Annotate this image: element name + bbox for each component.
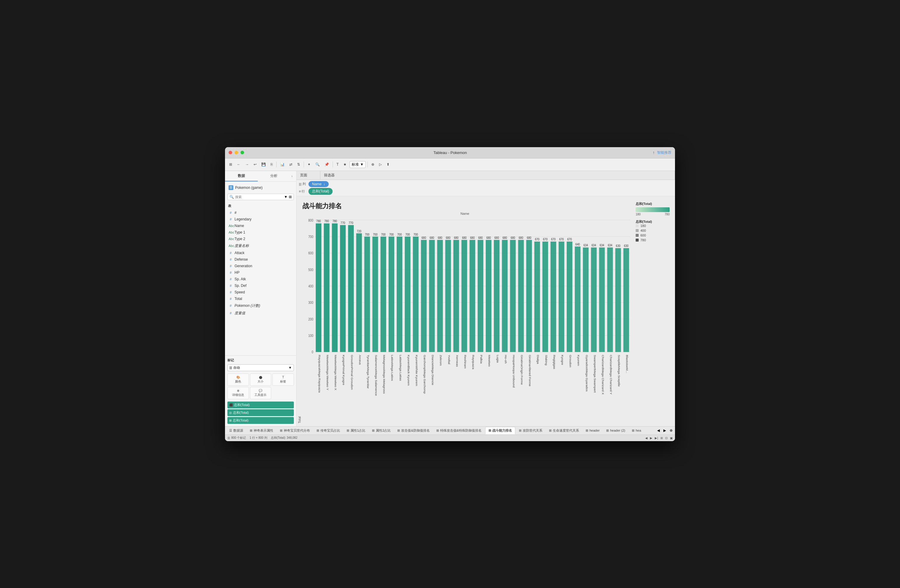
tab-icon: ⊞	[586, 429, 588, 433]
toolbar-label2-icon[interactable]: T	[335, 161, 340, 168]
grid-view-icon[interactable]: ⊞	[289, 195, 292, 199]
svg-text:Zekrom: Zekrom	[439, 355, 442, 365]
svg-text:780: 780	[324, 219, 329, 223]
tab-atk-gen[interactable]: ⊞ 攻防世代关系	[516, 427, 545, 434]
tab-atk-def[interactable]: ⊞ 攻击值&防御值排名	[394, 427, 433, 434]
marks-field-3[interactable]: ⊞ 总和(Total)	[227, 417, 294, 424]
field-hash[interactable]: # #	[227, 210, 294, 215]
field-measure-values[interactable]: # 度量值	[227, 310, 294, 316]
toolbar-more-icon[interactable]: ⊕	[369, 161, 376, 168]
name-pill[interactable]: Name ↓	[309, 181, 329, 187]
field-hp[interactable]: # HP	[227, 270, 294, 275]
tab-datasource[interactable]: ☰ 数据源	[226, 427, 246, 434]
toolbar-filter2-icon[interactable]: 🔍	[313, 161, 321, 168]
toolbar-swap-icon[interactable]: ⇄	[287, 161, 294, 168]
field-generation[interactable]: # Generation	[227, 263, 294, 269]
field-total[interactable]: # Total	[227, 296, 294, 302]
toolbar-present-icon[interactable]: ▷	[377, 161, 383, 168]
tab-gen[interactable]: ⊞ 神奇宝贝世代分布	[277, 427, 313, 434]
tab-hp-speed[interactable]: ⊞ 生命速度世代关系	[546, 427, 582, 434]
tab-header2[interactable]: ⊞ header (2)	[603, 427, 628, 434]
toolbar-back-icon[interactable]: ←	[235, 161, 242, 168]
svg-text:KyuremWhite Kyurem: KyuremWhite Kyurem	[415, 355, 418, 386]
svg-text:Kyurem: Kyurem	[577, 355, 580, 366]
main-view-area: 页面 筛选器 ||| 列 Name ↓	[296, 171, 675, 196]
share-icon[interactable]: ↑	[653, 150, 655, 155]
field-spdef[interactable]: # Sp. Def	[227, 283, 294, 288]
toolbar-highlight-icon[interactable]: ✦	[306, 161, 312, 168]
field-type2[interactable]: Abc Type 2	[227, 236, 294, 241]
field-type1[interactable]: Abc Type 1	[227, 230, 294, 235]
tab-spatk-spdef[interactable]: ⊞ 特殊攻击值&特殊防御值排名	[433, 427, 484, 434]
total-pill[interactable]: 总和(Total)	[309, 188, 332, 195]
toolbar-chart-icon[interactable]: 📊	[278, 161, 286, 168]
tab-hea[interactable]: ⊞ hea	[629, 427, 644, 434]
marks-detail-btn[interactable]: ⊕ 详细信息	[227, 387, 249, 399]
maximize-button[interactable]	[241, 151, 244, 154]
marks-type-dropdown[interactable]: ||| 自动 ▼	[227, 364, 294, 371]
marks-field-1[interactable]: ⬛ 总和(Total)	[227, 402, 294, 409]
toolbar-sort-icon[interactable]: ⇅	[295, 161, 302, 168]
search-input[interactable]	[235, 195, 283, 199]
statusbar-last[interactable]: ▶|	[655, 436, 658, 439]
field-spatk[interactable]: # Sp. Atk	[227, 276, 294, 282]
statusbar-prev[interactable]: ◀	[645, 436, 647, 439]
sidebar-collapse-arrow[interactable]: ›	[290, 171, 296, 181]
field-pokemon-count[interactable]: # Pokemon (计数)	[227, 303, 294, 309]
tab-add[interactable]: ⊕	[669, 428, 674, 433]
statusbar-next[interactable]: ▶	[650, 436, 652, 439]
svg-text:700: 700	[309, 235, 313, 238]
sidebar-tab-data[interactable]: 数据	[225, 171, 258, 181]
toolbar-star-icon[interactable]: ★	[341, 161, 348, 168]
tab-nav-next[interactable]: ▶	[662, 428, 667, 433]
sidebar-tab-analysis[interactable]: 分析	[258, 171, 290, 181]
marks-tooltip-btn[interactable]: 💬 工具提示	[250, 387, 272, 399]
svg-text:680: 680	[470, 236, 475, 240]
toolbar-undo-icon[interactable]: ↩	[252, 161, 258, 168]
field-measure-names[interactable]: Abc 度量名称	[227, 243, 294, 249]
toolbar-share2-icon[interactable]: ⬆	[385, 161, 391, 168]
tab-header[interactable]: ⊞ header	[583, 427, 602, 434]
svg-text:MewtwoMega Mewtwo X: MewtwoMega Mewtwo X	[334, 355, 337, 390]
svg-rect-33	[356, 233, 362, 352]
marks-title: 标记	[227, 358, 294, 362]
field-name[interactable]: Abc Name	[227, 223, 294, 229]
statusbar-layout[interactable]: ▣	[670, 436, 673, 439]
field-legendary[interactable]: # Legendary	[227, 217, 294, 222]
field-speed[interactable]: # Speed	[227, 289, 294, 295]
statusbar-grid[interactable]: ⊞	[660, 436, 663, 439]
marks-color-btn[interactable]: 🎨 颜色	[227, 373, 249, 386]
svg-rect-75	[470, 240, 475, 352]
field-defense[interactable]: # Defense	[227, 257, 294, 262]
status-rows-text: 1 行 × 800 列	[250, 436, 267, 440]
standard-dropdown[interactable]: 标准 ▼	[349, 161, 366, 168]
bottom-tabs: ☰ 数据源 ⊞ 神奇表示属性 ⊞ 神奇宝贝世代分布 ⊞ 传奇宝贝占比 ⊞ 属性1…	[225, 426, 675, 435]
marks-label-btn[interactable]: T 标签	[272, 373, 294, 386]
tab-legendary[interactable]: ⊞ 传奇宝贝占比	[313, 427, 343, 434]
filter-icon[interactable]: ▼	[284, 195, 287, 199]
smart-recommend-label[interactable]: 智能推荐	[657, 150, 672, 155]
svg-text:680: 680	[511, 236, 515, 240]
toolbar-forward-icon[interactable]: →	[244, 161, 251, 168]
toolbar-save-icon[interactable]: 💾	[259, 161, 268, 168]
statusbar-fit[interactable]: ⊡	[665, 436, 667, 439]
tab-type1[interactable]: ⊞ 属性1占比	[344, 427, 368, 434]
tab-nav-prev[interactable]: ◀	[656, 428, 661, 433]
toolbar-grid-icon[interactable]: ⊞	[227, 161, 234, 168]
marks-field-2[interactable]: ◎ 总和(Total)	[227, 409, 294, 416]
tab-battle[interactable]: ⊞ 战斗能力排名	[485, 427, 515, 434]
field-attack[interactable]: # Attack	[227, 250, 294, 255]
tab-type2[interactable]: ⊞ 属性2占比	[369, 427, 394, 434]
marks-size-btn[interactable]: ⬤ 大小	[250, 373, 272, 386]
svg-text:630: 630	[624, 244, 629, 248]
tab-shininess[interactable]: ⊞ 神奇表示属性	[247, 427, 276, 434]
toolbar-fix-icon[interactable]: 📌	[323, 161, 331, 168]
legend-items: 180 400 600	[636, 224, 670, 242]
minimize-button[interactable]	[234, 151, 238, 154]
toolbar-duplicate-icon[interactable]: ⎘	[269, 161, 275, 168]
svg-rect-30	[348, 225, 354, 352]
close-button[interactable]	[228, 151, 232, 154]
datasource-item[interactable]: 🗄 Pokemon (game)	[227, 184, 294, 191]
svg-text:780: 780	[332, 219, 337, 223]
svg-text:720: 720	[357, 229, 362, 233]
